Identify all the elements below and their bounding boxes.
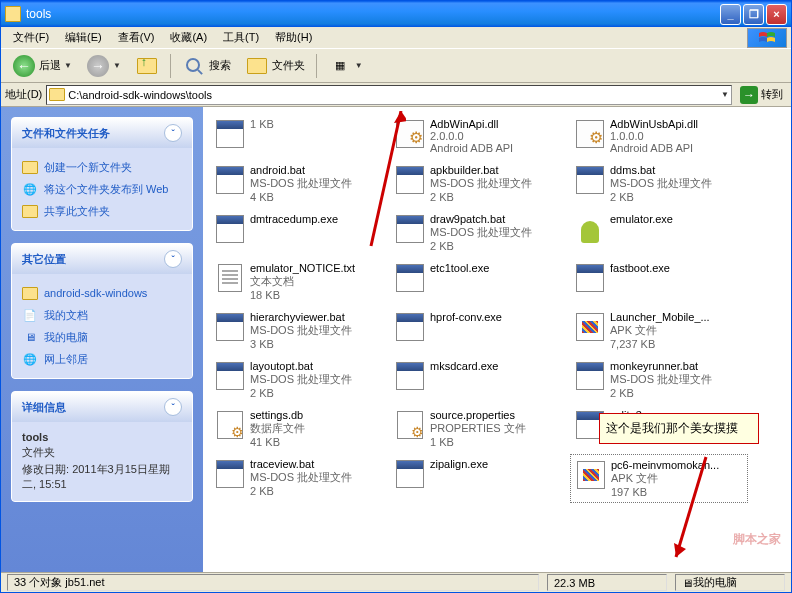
windows-logo-icon — [747, 28, 787, 48]
places-header[interactable]: 其它位置ˇ — [12, 244, 192, 274]
search-button[interactable]: 搜索 — [177, 51, 236, 81]
back-label: 后退 — [39, 58, 61, 73]
minimize-button[interactable]: _ — [720, 4, 741, 25]
file-item[interactable]: source.propertiesPROPERTIES 文件1 KB — [390, 405, 568, 452]
file-item[interactable]: apkbuilder.batMS-DOS 批处理文件2 KB — [390, 160, 568, 207]
place-network[interactable]: 🌐网上邻居 — [22, 348, 182, 370]
status-objects: 33 个对象 jb51.net — [7, 574, 539, 591]
file-item[interactable]: fastboot.exe — [570, 258, 748, 305]
up-button[interactable]: ↑ — [130, 51, 164, 81]
file-item[interactable]: emulator.exe — [570, 209, 748, 256]
file-item[interactable]: layoutopt.batMS-DOS 批处理文件2 KB — [210, 356, 388, 403]
exe-file-icon — [394, 262, 426, 294]
task-publish[interactable]: 🌐将这个文件夹发布到 Web — [22, 178, 182, 200]
file-item[interactable]: hierarchyviewer.batMS-DOS 批处理文件3 KB — [210, 307, 388, 354]
menu-favorites[interactable]: 收藏(A) — [162, 28, 215, 47]
close-button[interactable]: × — [766, 4, 787, 25]
address-field-wrapper[interactable]: ▼ — [46, 85, 732, 105]
file-name: android.bat — [250, 164, 384, 176]
views-button[interactable]: ▦▼ — [323, 51, 368, 81]
file-item[interactable]: mksdcard.exe — [390, 356, 568, 403]
detail-modified: 修改日期: 2011年3月15日星期二, 15:51 — [22, 461, 182, 493]
file-item[interactable]: ddms.batMS-DOS 批处理文件2 KB — [570, 160, 748, 207]
file-size: 2 KB — [610, 191, 744, 203]
go-button[interactable]: →转到 — [736, 86, 787, 104]
file-type: 2.0.0.0 — [430, 130, 564, 142]
file-item[interactable]: dmtracedump.exe — [210, 209, 388, 256]
file-type: APK 文件 — [611, 471, 743, 486]
place-my-documents[interactable]: 📄我的文档 — [22, 304, 182, 326]
file-item[interactable]: android.batMS-DOS 批处理文件4 KB — [210, 160, 388, 207]
file-item[interactable]: etc1tool.exe — [390, 258, 568, 305]
file-item[interactable]: Launcher_Mobile_...APK 文件7,237 KB — [570, 307, 748, 354]
file-item[interactable]: emulator_NOTICE.txt文本文档18 KB — [210, 258, 388, 305]
share-folder-icon — [22, 205, 38, 218]
file-size: 1 KB — [250, 118, 384, 130]
file-item[interactable]: monkeyrunner.batMS-DOS 批处理文件2 KB — [570, 356, 748, 403]
exe-file-icon — [574, 262, 606, 294]
address-input[interactable] — [68, 89, 721, 101]
file-item[interactable]: traceview.batMS-DOS 批处理文件2 KB — [210, 454, 388, 503]
window-title: tools — [26, 7, 720, 21]
tasks-header[interactable]: 文件和文件夹任务ˇ — [12, 118, 192, 148]
file-item[interactable]: 1 KB — [210, 114, 388, 158]
task-new-folder[interactable]: 创建一个新文件夹 — [22, 156, 182, 178]
back-dropdown-icon[interactable]: ▼ — [64, 61, 72, 70]
bat-file-icon — [574, 164, 606, 196]
collapse-icon[interactable]: ˇ — [164, 250, 182, 268]
place-parent-folder[interactable]: android-sdk-windows — [22, 282, 182, 304]
file-name: settings.db — [250, 409, 384, 421]
tasks-panel: 文件和文件夹任务ˇ 创建一个新文件夹 🌐将这个文件夹发布到 Web 共享此文件夹 — [11, 117, 193, 231]
titlebar[interactable]: tools _ ❐ × — [1, 1, 791, 27]
folder-icon — [247, 58, 267, 74]
bat-file-icon — [214, 164, 246, 196]
detail-name: tools — [22, 430, 182, 444]
file-item[interactable]: hprof-conv.exe — [390, 307, 568, 354]
menu-file[interactable]: 文件(F) — [5, 28, 57, 47]
collapse-icon[interactable]: ˇ — [164, 124, 182, 142]
place-my-computer[interactable]: 🖥我的电脑 — [22, 326, 182, 348]
file-item[interactable]: AdbWinApi.dll2.0.0.0Android ADB API — [390, 114, 568, 158]
collapse-icon[interactable]: ˇ — [164, 398, 182, 416]
status-bar: 33 个对象 jb51.net 22.3 MB 🖥 我的电脑 — [1, 572, 791, 592]
menu-help[interactable]: 帮助(H) — [267, 28, 320, 47]
menu-view[interactable]: 查看(V) — [110, 28, 163, 47]
file-name: emulator.exe — [610, 213, 744, 225]
bat-file-icon — [214, 311, 246, 343]
file-item[interactable]: draw9patch.batMS-DOS 批处理文件2 KB — [390, 209, 568, 256]
back-button[interactable]: ←后退▼ — [7, 51, 77, 81]
file-item[interactable]: pc6-meinvmomokan...APK 文件197 KB — [570, 454, 748, 503]
address-dropdown-icon[interactable]: ▼ — [721, 90, 729, 99]
search-icon — [185, 57, 203, 75]
details-header[interactable]: 详细信息ˇ — [12, 392, 192, 422]
maximize-button[interactable]: ❐ — [743, 4, 764, 25]
file-name: apkbuilder.bat — [430, 164, 564, 176]
file-type: MS-DOS 批处理文件 — [430, 176, 564, 191]
detail-type: 文件夹 — [22, 444, 182, 461]
file-item[interactable]: AdbWinUsbApi.dll1.0.0.0Android ADB API — [570, 114, 748, 158]
folders-button[interactable]: 文件夹 — [240, 51, 310, 81]
prop-file-icon — [394, 409, 426, 441]
folder-icon — [49, 88, 65, 101]
file-size: 4 KB — [250, 191, 384, 203]
file-type: MS-DOS 批处理文件 — [250, 323, 384, 338]
file-list[interactable]: 1 KBAdbWinApi.dll2.0.0.0Android ADB APIA… — [203, 107, 791, 572]
exe-file-icon — [394, 360, 426, 392]
menu-tools[interactable]: 工具(T) — [215, 28, 267, 47]
file-item[interactable]: zipalign.exe — [390, 454, 568, 503]
bat-file-icon — [214, 118, 246, 150]
file-name: traceview.bat — [250, 458, 384, 470]
file-item[interactable]: settings.db数据库文件41 KB — [210, 405, 388, 452]
network-icon: 🌐 — [22, 351, 38, 367]
file-type: 数据库文件 — [250, 421, 384, 436]
address-bar: 地址(D) ▼ →转到 — [1, 83, 791, 107]
folder-icon — [5, 6, 21, 22]
file-name: draw9patch.bat — [430, 213, 564, 225]
views-dropdown-icon[interactable]: ▼ — [355, 61, 363, 70]
menu-edit[interactable]: 编辑(E) — [57, 28, 110, 47]
task-share[interactable]: 共享此文件夹 — [22, 200, 182, 222]
file-name: dmtracedump.exe — [250, 213, 384, 225]
bat-file-icon — [394, 164, 426, 196]
bat-file-icon — [574, 360, 606, 392]
file-name: hierarchyviewer.bat — [250, 311, 384, 323]
